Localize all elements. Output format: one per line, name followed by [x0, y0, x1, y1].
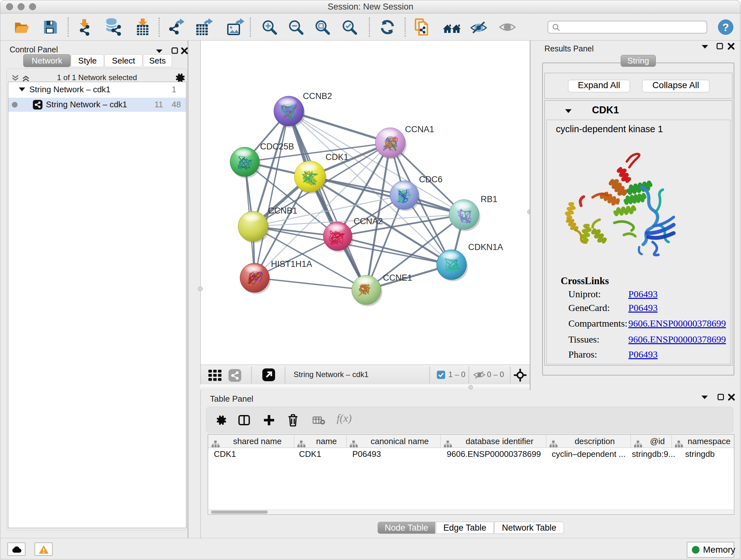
svg-text:CCNA1: CCNA1 — [405, 125, 434, 134]
svg-text:CCNB1: CCNB1 — [268, 206, 297, 215]
svg-text:RB1: RB1 — [481, 194, 497, 204]
svg-text:CCNE1: CCNE1 — [383, 273, 412, 283]
svg-text:CDC25B: CDC25B — [260, 142, 294, 151]
svg-text:CDC6: CDC6 — [419, 175, 443, 184]
svg-text:HIST1H1A: HIST1H1A — [271, 259, 312, 269]
svg-text:CCNA2: CCNA2 — [354, 216, 383, 226]
svg-text:CCNB2: CCNB2 — [303, 91, 332, 101]
svg-text:CDKN1A: CDKN1A — [468, 242, 503, 252]
svg-text:CDK1: CDK1 — [326, 152, 348, 162]
